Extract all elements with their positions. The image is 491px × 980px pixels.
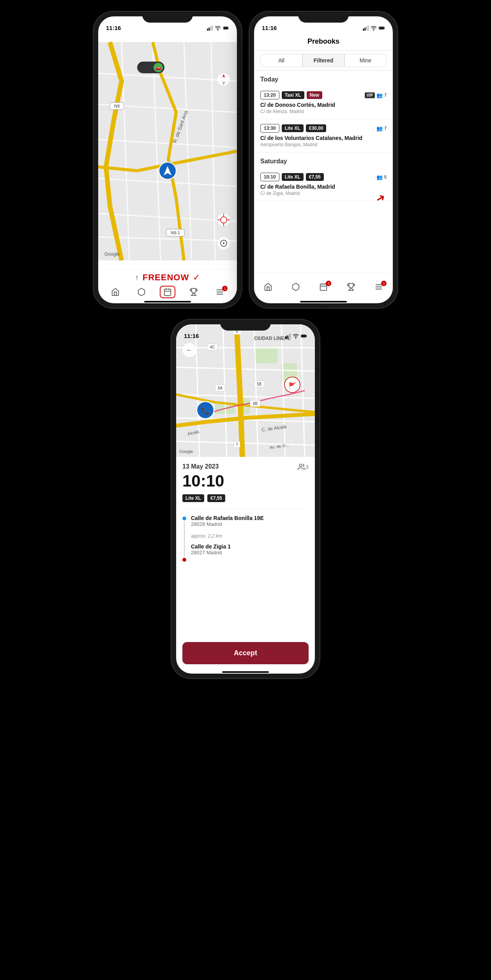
origin-name: Calle de Rafaela Bonilla 19E [191, 515, 309, 521]
nav-home-1[interactable] [108, 286, 123, 298]
nav-menu-1[interactable]: 1 [212, 286, 228, 298]
wifi-icon [215, 25, 221, 31]
nav-trophy-2[interactable] [343, 281, 359, 293]
bottom-bar-1: ↑ FREENOW ✓ [98, 269, 237, 300]
address-sub-2: Aeropuerto Barajas, Madrid [260, 142, 387, 147]
menu-badge-1: 1 [222, 286, 228, 291]
detail-price-tag: €7,55 [207, 494, 225, 502]
booking-tags-2: 13:30 Lite XL €30,00 👥 7 [260, 124, 387, 133]
accept-button[interactable]: Accept [182, 642, 309, 664]
filter-mine[interactable]: Mine [344, 54, 387, 67]
back-button[interactable]: ← [182, 343, 196, 357]
passengers-2: 👥 [376, 126, 383, 131]
home-indicator-2 [300, 301, 347, 302]
status-time-1: 11:16 [106, 25, 121, 31]
detail-map-svg: 6 4C 6A 5B 6B 7 CIUDAD LINEAL C. de Al [176, 324, 315, 457]
svg-rect-45 [363, 28, 364, 30]
filter-filtered[interactable]: Filtered [302, 54, 344, 67]
package-icon-2 [291, 283, 300, 291]
filter-all[interactable]: All [260, 54, 302, 67]
svg-rect-65 [302, 335, 306, 337]
detail-passenger-count: 5 [306, 465, 309, 469]
passengers-1: 👥 [376, 92, 383, 98]
dest-address: 28027 Madrid [191, 550, 309, 555]
detail-time: 10:10 [182, 472, 224, 490]
menu-badge-2: 1 [381, 281, 387, 286]
nav-menu-2[interactable]: 1 [371, 281, 387, 293]
passenger-count-1: 7 [384, 93, 387, 97]
route-details: Calle de Rafaela Bonilla 19E 28028 Madri… [191, 515, 309, 562]
svg-rect-2 [210, 27, 211, 31]
calendar-badge-2: 3 [326, 281, 331, 286]
tag-type-taxixl: Taxi XL [282, 91, 304, 99]
nav-calendar-2[interactable]: 3 [316, 281, 331, 293]
battery-icon-3 [301, 333, 307, 339]
svg-point-49 [373, 30, 374, 30]
booking-card-3[interactable]: 10:10 Lite XL €7,55 👥 5 C/ de Rafaela Bo… [254, 168, 393, 201]
prebooks-screen: Prebooks All Filtered Mine Today 13:20 [254, 34, 393, 300]
svg-rect-47 [366, 27, 367, 31]
svg-text:🚩: 🚩 [288, 382, 296, 389]
status-icons-3 [284, 333, 307, 339]
brand-checkmark-icon: ✓ [193, 272, 200, 283]
svg-point-28 [223, 242, 224, 244]
route-distance: approx. 2,2 km [191, 533, 309, 539]
notch-1 [142, 12, 193, 23]
svg-rect-67 [254, 348, 277, 363]
phone-1: 11:16 [94, 12, 242, 308]
detail-map[interactable]: 6 4C 6A 5B 6B 7 CIUDAD LINEAL C. de Al [176, 324, 315, 457]
passenger-count-2: 7 [384, 126, 387, 131]
route-line [184, 522, 185, 557]
battery-icon [223, 25, 229, 31]
nav-home-2[interactable] [260, 281, 276, 293]
nav-package-2[interactable] [288, 281, 304, 293]
passengers-3: 👥 [376, 174, 383, 180]
battery-icon-2 [379, 25, 385, 31]
passengers-icon-3 [298, 463, 306, 471]
svg-text:N9: N9 [114, 104, 120, 108]
address-main-2: C/ de los Voluntarios Catalanes, Madrid [260, 135, 387, 141]
booking-tags-1: 13:20 Taxi XL New VIP 👥 7 [260, 91, 387, 99]
nav-trophy-1[interactable] [186, 286, 201, 298]
status-icons-2 [362, 25, 385, 31]
detail-screen: 6 4C 6A 5B 6B 7 CIUDAD LINEAL C. de Al [176, 324, 315, 670]
detail-passengers: 5 [298, 463, 309, 471]
svg-text:Google: Google [179, 449, 193, 454]
booking-meta-1: VIP 👥 7 [365, 92, 387, 98]
booking-meta-2: 👥 7 [376, 126, 387, 131]
svg-text:5B: 5B [257, 382, 262, 386]
status-time-2: 11:16 [262, 25, 277, 31]
wifi-icon-2 [371, 25, 377, 31]
nav-calendar-1[interactable] [160, 286, 175, 298]
map-phone1[interactable]: N9 N9-1 R. de Sant Ana Google [98, 34, 237, 269]
svg-rect-0 [207, 28, 208, 30]
trophy-icon [189, 288, 198, 296]
svg-text:📞: 📞 [201, 407, 210, 415]
home-indicator-3 [222, 671, 269, 673]
nav-package-1[interactable] [134, 286, 149, 298]
tag-new: New [307, 91, 323, 99]
booking-card-1[interactable]: 13:20 Taxi XL New VIP 👥 7 C/ de Donoso C… [254, 86, 393, 119]
route-origin: Calle de Rafaela Bonilla 19E 28028 Madri… [191, 515, 309, 527]
section-saturday: Saturday [254, 152, 393, 168]
tag-time-1320: 13:20 [260, 91, 279, 99]
detail-tags: Lite XL €7,55 [182, 494, 309, 502]
signal-icon-3 [284, 333, 291, 339]
home-indicator-1 [144, 301, 191, 302]
booking-card-2[interactable]: 13:30 Lite XL €30,00 👥 7 C/ de los Volun… [254, 119, 393, 152]
section-today: Today [254, 71, 393, 86]
package-icon [137, 288, 146, 296]
svg-rect-60 [286, 336, 288, 339]
wifi-icon-3 [293, 333, 299, 339]
prebooks-nav-bottom: 3 1 [254, 273, 393, 300]
booking-tags-3: 10:10 Lite XL €7,55 👥 5 [260, 173, 387, 181]
filter-tabs: All Filtered Mine [254, 51, 393, 71]
phone-2: 11:16 Prebooks All Filtered Mine [249, 12, 397, 308]
detail-date: 13 May 2023 [182, 463, 224, 470]
svg-text:🚗: 🚗 [155, 64, 162, 71]
brand-row: ↑ FREENOW ✓ [135, 269, 200, 284]
svg-rect-52 [320, 284, 327, 290]
address-sub-3: C/ de Zigia, Madrid [260, 191, 387, 196]
svg-text:Google: Google [104, 251, 120, 257]
signal-icon [207, 25, 213, 31]
